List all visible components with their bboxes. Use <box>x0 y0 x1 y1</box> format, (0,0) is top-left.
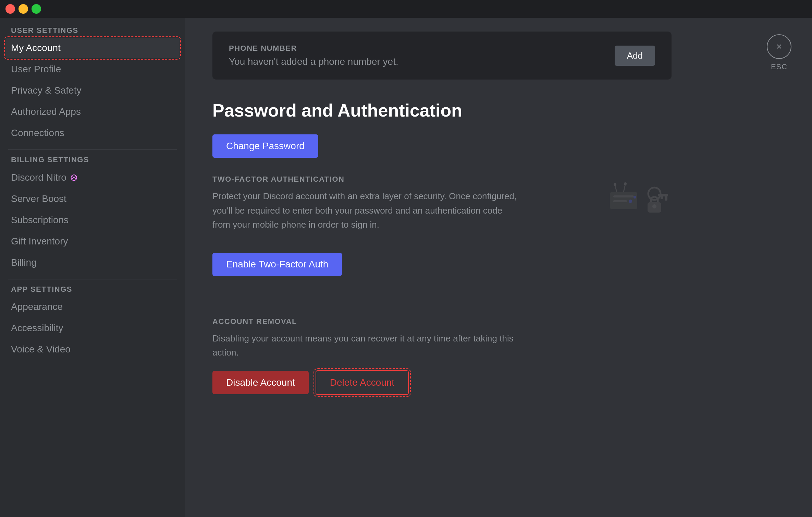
account-removal-buttons: Disable Account Delete Account <box>212 370 672 395</box>
sidebar-item-server-boost[interactable]: Server Boost <box>5 189 180 209</box>
twofa-text: TWO-FACTOR AUTHENTICATION Protect your D… <box>212 175 589 242</box>
twofa-illustration <box>603 175 672 216</box>
twofa-description: Protect your Discord account with an ext… <box>212 189 521 232</box>
main-content: PHONE NUMBER You haven't added a phone n… <box>185 18 812 517</box>
svg-point-14 <box>652 204 656 208</box>
sidebar-item-appearance[interactable]: Appearance <box>5 297 180 317</box>
add-phone-button[interactable]: Add <box>615 46 655 66</box>
twofa-label: TWO-FACTOR AUTHENTICATION <box>212 175 589 184</box>
phone-info: PHONE NUMBER You haven't added a phone n… <box>229 44 398 67</box>
account-removal-section: ACCOUNT REMOVAL Disabling your account m… <box>212 317 672 395</box>
password-auth-title: Password and Authentication <box>212 100 672 121</box>
esc-x-icon: × <box>776 41 782 52</box>
minimize-button[interactable] <box>19 4 28 14</box>
password-auth-section: Password and Authentication Change Passw… <box>212 100 672 276</box>
sidebar-item-billing[interactable]: Billing <box>5 252 180 273</box>
sidebar-divider-2 <box>8 279 177 279</box>
sidebar-item-gift-inventory[interactable]: Gift Inventory <box>5 231 180 252</box>
svg-rect-11 <box>665 196 667 201</box>
close-button[interactable] <box>5 4 15 14</box>
svg-point-7 <box>614 183 616 186</box>
app-container: USER SETTINGS My Account User Profile Pr… <box>0 18 812 517</box>
sidebar-divider-1 <box>8 149 177 150</box>
svg-rect-12 <box>661 196 663 199</box>
sidebar-item-privacy-safety[interactable]: Privacy & Safety <box>5 80 180 101</box>
billing-settings-label: BILLING SETTINGS <box>5 155 180 164</box>
account-removal-description: Disabling your account means you can rec… <box>212 332 521 360</box>
sidebar-item-my-account[interactable]: My Account <box>5 38 180 58</box>
svg-line-6 <box>624 184 625 192</box>
svg-point-3 <box>629 200 632 203</box>
esc-label: ESC <box>771 62 787 71</box>
sidebar-item-accessibility[interactable]: Accessibility <box>5 318 180 338</box>
svg-point-4 <box>633 196 636 199</box>
disable-account-button[interactable]: Disable Account <box>212 371 309 394</box>
svg-point-8 <box>624 182 627 185</box>
sidebar-item-subscriptions[interactable]: Subscriptions <box>5 210 180 230</box>
security-illustration-svg <box>603 175 672 216</box>
titlebar <box>0 0 812 18</box>
sidebar-item-user-profile[interactable]: User Profile <box>5 59 180 80</box>
sidebar-item-connections[interactable]: Connections <box>5 123 180 143</box>
phone-section: PHONE NUMBER You haven't added a phone n… <box>212 32 672 80</box>
esc-circle: × <box>767 34 791 59</box>
svg-line-5 <box>615 185 617 192</box>
phone-value: You haven't added a phone number yet. <box>229 56 398 67</box>
esc-button[interactable]: × ESC <box>767 34 791 71</box>
svg-rect-1 <box>613 195 634 197</box>
account-removal-label: ACCOUNT REMOVAL <box>212 317 672 326</box>
svg-rect-10 <box>658 194 668 196</box>
enable-twofa-button[interactable]: Enable Two-Factor Auth <box>212 253 342 276</box>
sidebar: USER SETTINGS My Account User Profile Pr… <box>0 18 185 517</box>
sidebar-item-authorized-apps[interactable]: Authorized Apps <box>5 101 180 122</box>
content-inner: PHONE NUMBER You haven't added a phone n… <box>185 18 699 429</box>
delete-account-button[interactable]: Delete Account <box>316 370 409 395</box>
sidebar-item-voice-video[interactable]: Voice & Video <box>5 339 180 360</box>
twofa-row: TWO-FACTOR AUTHENTICATION Protect your D… <box>212 175 672 242</box>
maximize-button[interactable] <box>32 4 41 14</box>
phone-label: PHONE NUMBER <box>229 44 398 53</box>
sidebar-item-discord-nitro[interactable]: Discord Nitro ⊛ <box>5 167 180 188</box>
user-settings-label: USER SETTINGS <box>5 26 180 35</box>
svg-rect-2 <box>613 200 627 202</box>
app-settings-label: APP SETTINGS <box>5 285 180 294</box>
spacer <box>212 297 672 317</box>
nitro-icon: ⊛ <box>70 172 78 183</box>
change-password-button[interactable]: Change Password <box>212 134 318 158</box>
